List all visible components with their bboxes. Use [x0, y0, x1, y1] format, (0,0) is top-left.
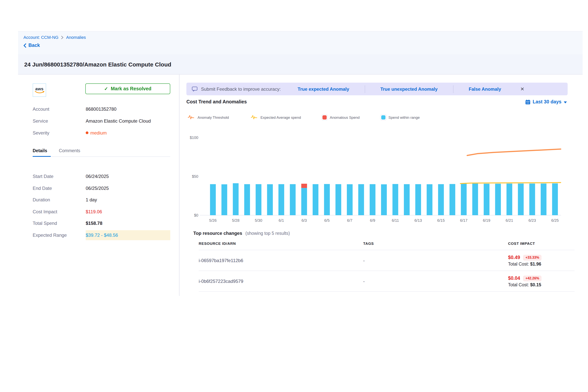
- legend-item[interactable]: Anomaly Threshold: [188, 115, 229, 120]
- detail-row: Cost Impact$119.06: [18, 206, 179, 218]
- expected-range-highlight: $39.72 - $48.56: [86, 230, 170, 240]
- title-band: 24 Jun/868001352780/Amazon Elastic Compu…: [18, 54, 582, 74]
- legend-swatch-icon: [381, 115, 386, 119]
- column-header-tags: TAGS: [363, 241, 508, 246]
- detail-label: Total Spend: [33, 221, 86, 226]
- feedback-close-icon[interactable]: ✕: [518, 84, 527, 94]
- breadcrumb-link-anomalies[interactable]: Anomalies: [66, 35, 86, 40]
- aws-logo-text: aws: [35, 87, 44, 90]
- svg-text:6/1: 6/1: [279, 218, 284, 222]
- feedback-option-false-anomaly[interactable]: False Anomaly: [453, 86, 516, 92]
- detail-row: End Date06/25/2025: [18, 182, 179, 194]
- resource-id-cell[interactable]: i-06597ba197fe112b6: [199, 258, 363, 263]
- mark-resolved-button[interactable]: ✓ Mark as Resolved: [85, 84, 170, 94]
- detail-tabs: Details Comments: [33, 147, 170, 157]
- summary-row: ServiceAmazon Elastic Compute Cloud: [18, 115, 179, 127]
- svg-text:6/21: 6/21: [506, 218, 513, 222]
- back-label: Back: [28, 43, 40, 48]
- svg-text:6/23: 6/23: [528, 218, 536, 222]
- total-cost-line: Total Cost: $0.15: [508, 282, 574, 287]
- detail-row: Duration1 day: [18, 194, 179, 206]
- svg-text:6/17: 6/17: [460, 218, 468, 222]
- cost-impact-cell: $0.04+42.26%Total Cost: $0.15: [508, 275, 574, 287]
- summary-label: Service: [33, 118, 86, 124]
- legend-item[interactable]: Anomalous Spend: [322, 115, 360, 119]
- cost-impact-cell: $0.49+33.33%Total Cost: $1.96: [508, 254, 574, 266]
- cost-trend-chart[interactable]: $0$50$1005/265/285/306/16/36/56/76/96/11…: [186, 127, 571, 225]
- svg-text:6/19: 6/19: [483, 218, 490, 222]
- svg-text:5/28: 5/28: [232, 218, 240, 222]
- summary-label: Account: [33, 106, 86, 112]
- back-button[interactable]: Back: [24, 43, 582, 48]
- feedback-bubble-icon: [192, 86, 198, 92]
- summary-row: Account868001352780: [18, 103, 179, 115]
- feedback-option-true-unexpected[interactable]: True unexpected Anomaly: [365, 86, 453, 92]
- page-title: 24 Jun/868001352780/Amazon Elastic Compu…: [24, 61, 171, 68]
- detail-label: Expected Range: [33, 232, 86, 238]
- legend-item[interactable]: Expected Average spend: [250, 115, 301, 120]
- chart-legend: Anomaly ThresholdExpected Average spendA…: [188, 115, 420, 120]
- detail-value: 1 day: [86, 197, 97, 203]
- tab-comments[interactable]: Comments: [59, 148, 80, 156]
- legend-label: Anomalous Spend: [330, 115, 360, 119]
- tags-cell: -: [363, 278, 508, 284]
- tab-details[interactable]: Details: [33, 148, 47, 156]
- panel-divider: [179, 74, 180, 296]
- column-header-cost-impact: COST IMPACT: [508, 241, 574, 246]
- svg-text:6/7: 6/7: [347, 218, 352, 222]
- resources-header: Top resource changes (showing top 5 resu…: [193, 230, 290, 236]
- detail-label: Cost Impact: [33, 209, 86, 214]
- aws-logo: aws: [33, 84, 46, 97]
- detail-value: $158.78: [86, 221, 102, 226]
- calendar-icon: [525, 99, 530, 104]
- svg-text:6/9: 6/9: [370, 218, 375, 222]
- legend-item[interactable]: Spend within range: [381, 115, 420, 119]
- summary-label: Severity: [33, 130, 86, 136]
- detail-value: 06/24/2025: [86, 174, 109, 179]
- details-section: Start Date06/24/2025End Date06/25/2025Du…: [18, 171, 179, 241]
- svg-text:5/30: 5/30: [255, 218, 262, 222]
- feedback-bar: Submit Feedback to improve accuracy: Tru…: [186, 83, 568, 95]
- svg-text:$50: $50: [192, 174, 198, 178]
- legend-label: Spend within range: [388, 115, 420, 119]
- table-header-row: RESOURCE ID/ARN TAGS COST IMPACT: [199, 241, 574, 250]
- legend-line-icon: [250, 115, 257, 120]
- table-body: i-06597ba197fe112b6-$0.49+33.33%Total Co…: [199, 250, 574, 292]
- feedback-option-true-expected[interactable]: True expected Anomaly: [282, 86, 365, 92]
- detail-row: Start Date06/24/2025: [18, 171, 179, 182]
- anomaly-side-panel: aws ✓ Mark as Resolved Account8680013527…: [18, 74, 179, 297]
- legend-swatch-icon: [322, 115, 327, 119]
- table-row: i-0b6f257223cad9579-$0.04+42.26%Total Co…: [199, 271, 574, 292]
- total-cost-label: Total Cost:: [508, 262, 530, 266]
- svg-text:6/15: 6/15: [437, 218, 445, 222]
- detail-value: $119.06: [86, 209, 102, 214]
- detail-row: Expected Range$39.72 - $48.56: [18, 229, 179, 241]
- table-row: i-06597ba197fe112b6-$0.49+33.33%Total Co…: [199, 250, 574, 271]
- summary-row: Severitymedium: [18, 127, 179, 139]
- anomaly-detail-page: Account: CCM-NG Anomalies Back 24 Jun/86…: [0, 0, 588, 392]
- legend-label: Anomaly Threshold: [198, 115, 229, 119]
- check-icon: ✓: [104, 86, 108, 91]
- anomaly-main-panel: Submit Feedback to improve accuracy: Tru…: [186, 74, 582, 392]
- chart-title: Cost Trend and Anomalies: [186, 99, 247, 104]
- svg-text:6/5: 6/5: [324, 218, 330, 222]
- feedback-prompt: Submit Feedback to improve accuracy:: [201, 86, 281, 92]
- detail-row: Total Spend$158.78: [18, 218, 179, 229]
- page-frame: Account: CCM-NG Anomalies Back 24 Jun/86…: [18, 31, 582, 392]
- total-cost-label: Total Cost:: [508, 282, 530, 287]
- resources-title: Top resource changes: [193, 230, 242, 236]
- cost-impact-value: $0.49: [508, 255, 520, 260]
- cost-impact-line: $0.04+42.26%: [508, 275, 574, 281]
- date-range-selector[interactable]: Last 30 days: [525, 99, 567, 104]
- summary-value: Amazon Elastic Compute Cloud: [86, 118, 151, 124]
- detail-label: End Date: [33, 186, 86, 191]
- breadcrumb-link-account[interactable]: Account: CCM-NG: [24, 35, 58, 40]
- column-header-resource-id: RESOURCE ID/ARN: [199, 241, 363, 246]
- resources-subtitle: (showing top 5 results): [246, 231, 290, 236]
- svg-text:6/13: 6/13: [414, 218, 422, 222]
- resource-id-cell[interactable]: i-0b6f257223cad9579: [199, 278, 363, 284]
- svg-text:6/11: 6/11: [392, 218, 399, 222]
- total-cost-value: $0.15: [530, 282, 541, 287]
- caret-down-icon: [564, 101, 567, 103]
- date-range-label: Last 30 days: [533, 99, 562, 104]
